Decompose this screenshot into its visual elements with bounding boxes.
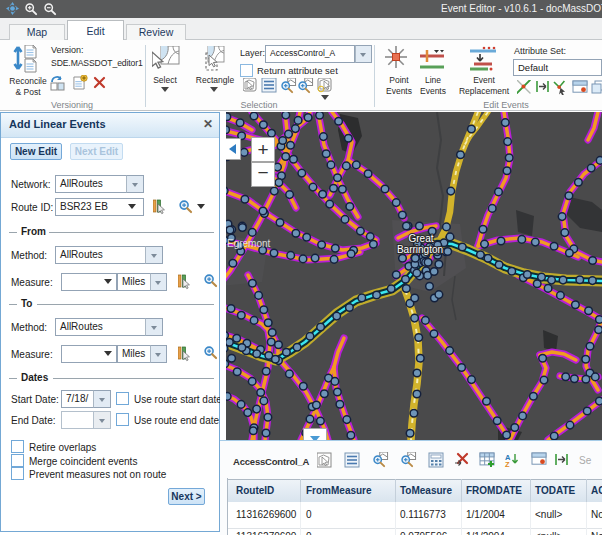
svg-text:Barrington: Barrington	[397, 244, 443, 255]
svg-text:Se: Se	[579, 455, 592, 466]
svg-text:Great: Great	[408, 233, 433, 244]
svg-text:Z: Z	[505, 460, 510, 469]
svg-text:Egremont: Egremont	[227, 238, 271, 249]
